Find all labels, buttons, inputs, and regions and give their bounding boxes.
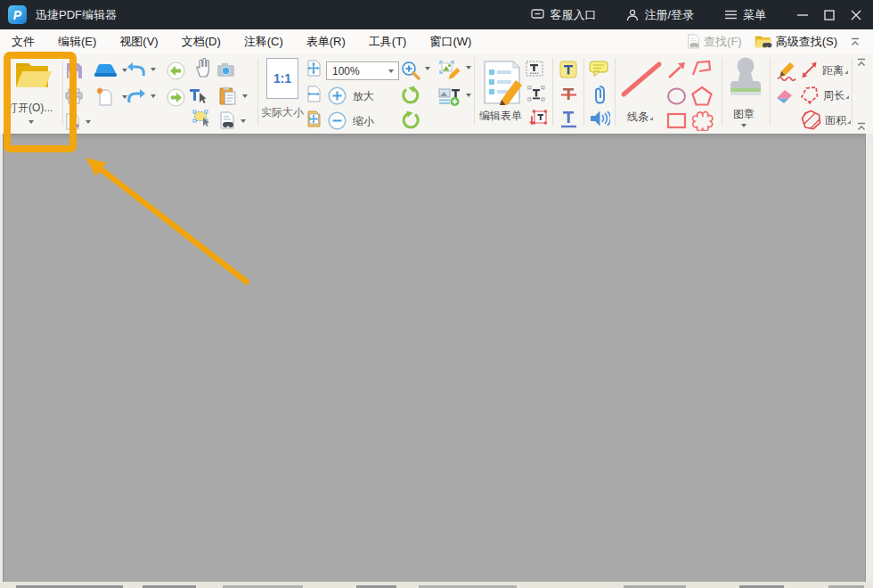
cloud-tool-button[interactable] [692,110,714,135]
app-window: P 迅捷PDF编辑器 客服入口 注册/登录 菜单 文件 编辑(E) 视图(V) … [0,0,873,588]
rotate-left-button[interactable] [401,86,420,109]
record-audio-button[interactable] [590,110,610,131]
app-title: 迅捷PDF编辑器 [36,7,117,23]
zoom-level-dropdown-icon [388,69,394,73]
next-view-button[interactable] [167,88,185,110]
stamp-button[interactable]: 图章 [726,56,765,133]
menu-file[interactable]: 文件 [0,29,46,53]
marquee-zoom-dropdown-icon[interactable] [425,67,430,70]
distance-tool-button[interactable]: 距离 [800,61,848,79]
select-annotation-button[interactable] [192,110,211,130]
new-document-button[interactable] [96,87,113,110]
perimeter-label: 周长 [823,89,849,102]
rectangle-tool-button[interactable] [666,112,687,133]
print-button[interactable] [65,88,83,108]
zoom-in-label: 放大 [353,90,374,102]
zoom-in-button[interactable]: 放大 [328,86,374,105]
export-button[interactable] [64,113,81,134]
menu-edit[interactable]: 编辑(E) [46,29,108,53]
marquee-zoom-icon [401,61,420,80]
menu-comment[interactable]: 注释(C) [233,29,295,53]
polygon-tool-button[interactable] [691,86,713,110]
previous-view-button[interactable] [167,61,185,84]
line-tool-button[interactable]: 线条 [618,57,665,132]
redo-button[interactable] [126,88,146,109]
polyline-tool-button[interactable] [690,60,713,82]
scan-button[interactable] [94,62,118,82]
menu-bar: 文件 编辑(E) 视图(V) 文档(D) 注释(C) 表单(R) 工具(T) 窗… [0,29,873,54]
menu-window[interactable]: 窗口(W) [418,29,483,53]
find-doc-dropdown-icon[interactable] [241,119,246,123]
menu-form[interactable]: 表单(R) [295,29,357,53]
fit-width-button[interactable] [306,86,322,106]
zoom-out-icon [328,111,347,130]
highlight-text-button[interactable] [559,61,577,82]
area-flyout-corner-icon [847,120,851,124]
polyline-shape-icon [690,60,713,78]
text-field-button[interactable] [526,61,543,80]
scanner-icon [94,62,118,78]
perimeter-tool-button[interactable]: 周长 [799,86,849,105]
menu-tools[interactable]: 工具(T) [357,29,419,53]
strikeout-text-button[interactable] [560,86,577,107]
undo-button[interactable] [126,61,146,82]
edit-content-dropdown-icon[interactable] [466,66,471,69]
collapse-menubar-icon[interactable] [850,37,861,46]
customer-service-button[interactable]: 客服入口 [531,7,596,23]
note-comment-button[interactable] [589,61,608,81]
back-arrow-icon [167,61,185,80]
area-tool-button[interactable]: 面积 [801,110,851,130]
zoom-out-button[interactable]: 缩小 [328,111,374,130]
eraser-tool-button[interactable] [774,87,795,109]
export-dropdown-icon[interactable] [86,120,91,124]
strikeout-text-icon [560,86,577,103]
clipboard-dropdown-icon[interactable] [242,94,248,98]
redo-dropdown-icon[interactable] [151,94,156,98]
save-icon [65,61,83,79]
add-content-button[interactable] [438,87,461,110]
login-button[interactable]: 注册/登录 [626,7,694,23]
clipboard-button[interactable] [219,86,236,109]
undo-dropdown-icon[interactable] [151,68,156,71]
open-button[interactable]: 打开(O)... [5,55,61,130]
collapse-toolbar-bottom-icon[interactable] [856,122,867,131]
tab-order-button[interactable] [529,110,548,131]
menu-view[interactable]: 视图(V) [108,29,169,53]
close-button[interactable] [843,0,869,29]
arrow-tool-button[interactable] [666,61,687,83]
actual-size-button[interactable]: 1:1 实际大小 [261,56,304,131]
edit-form-button[interactable]: 编辑表单 [477,56,524,131]
fit-page-button[interactable] [306,60,322,80]
form-text-button[interactable] [527,86,545,105]
underline-text-button[interactable] [560,110,577,132]
snapshot-button[interactable] [216,62,235,81]
open-dropdown-icon[interactable] [29,120,34,124]
hand-tool-button[interactable] [194,58,212,82]
marquee-zoom-button[interactable] [401,61,420,84]
rotate-right-button[interactable] [401,110,420,134]
oval-tool-button[interactable] [666,87,687,109]
fit-visible-button[interactable] [306,110,322,131]
zoom-level-select[interactable]: 100% [326,61,399,80]
add-content-dropdown-icon[interactable] [466,94,471,97]
area-icon [801,110,821,130]
collapse-toolbar-top-icon[interactable] [856,58,867,67]
find-button[interactable]: 查找(F) [687,34,742,50]
stamp-dropdown-icon[interactable] [741,124,747,127]
camera-icon [216,62,235,78]
cloud-shape-icon [692,110,714,131]
advanced-find-button[interactable]: 高级查找(S) [755,34,837,50]
open-button-label: 打开(O)... [7,102,61,114]
attach-file-button[interactable] [593,85,606,108]
find-label: 查找(F) [704,34,742,50]
maximize-button[interactable] [816,0,843,29]
main-menu-button[interactable]: 菜单 [724,7,766,23]
edit-content-button[interactable] [438,60,461,83]
pencil-tool-button[interactable] [776,60,798,85]
menu-document[interactable]: 文档(D) [170,29,233,53]
redo-icon [126,88,146,105]
save-button[interactable] [65,61,83,83]
find-in-document-button[interactable] [219,111,235,133]
select-text-button[interactable] [189,87,208,108]
minimize-button[interactable] [789,0,816,29]
